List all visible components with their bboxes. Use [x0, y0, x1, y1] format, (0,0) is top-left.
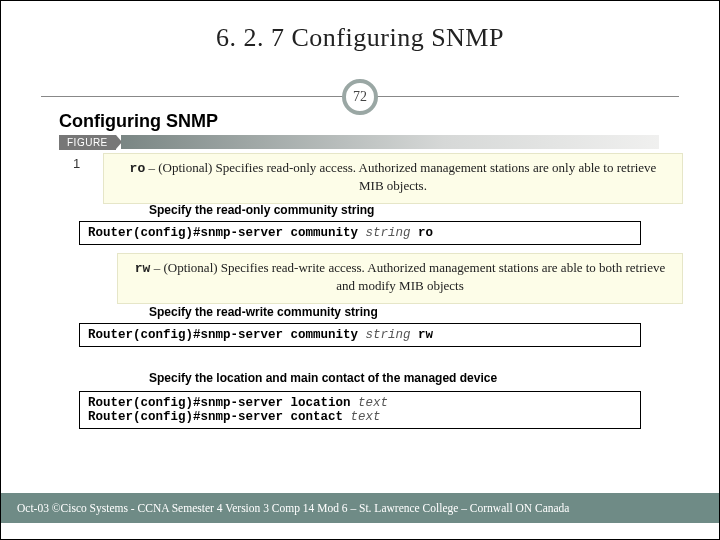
- prompt: Router(config)#: [88, 396, 201, 410]
- note-ro: ro – (Optional) Specifies read-only acce…: [103, 153, 683, 204]
- cmd: snmp-server community: [201, 328, 366, 342]
- spec-heading-rw: Specify the read-write community string: [149, 305, 378, 319]
- spec-heading-location: Specify the location and main contact of…: [149, 371, 497, 385]
- section-subheading: Configuring SNMP: [59, 111, 218, 132]
- slide: 6. 2. 7 Configuring SNMP 72 Configuring …: [0, 0, 720, 540]
- figure-label: FIGURE: [59, 135, 116, 150]
- cmd: snmp-server contact: [201, 410, 351, 424]
- cmd: snmp-server community: [201, 226, 366, 240]
- spec-heading-ro: Specify the read-only community string: [149, 203, 374, 217]
- arg: text: [351, 410, 381, 424]
- command-line-contact: Router(config)#snmp-server contact text: [88, 410, 632, 424]
- command-line-location: Router(config)#snmp-server location text: [88, 396, 632, 410]
- keyword-rw: rw: [135, 261, 151, 276]
- note-rw: rw – (Optional) Specifies read-write acc…: [117, 253, 683, 304]
- slide-number-badge: 72: [342, 79, 378, 115]
- arg: text: [358, 396, 388, 410]
- command-box-ro: Router(config)#snmp-server community str…: [79, 221, 641, 245]
- cmd: snmp-server location: [201, 396, 359, 410]
- prompt: Router(config)#: [88, 226, 201, 240]
- slide-title: 6. 2. 7 Configuring SNMP: [1, 23, 719, 53]
- slide-footer: Oct-03 ©Cisco Systems - CCNA Semester 4 …: [1, 493, 719, 523]
- suffix: rw: [411, 328, 434, 342]
- note-rw-text: – (Optional) Specifies read-write access…: [150, 260, 665, 293]
- command-box-rw: Router(config)#snmp-server community str…: [79, 323, 641, 347]
- figure-number: 1: [73, 156, 80, 171]
- command-box-location-contact: Router(config)#snmp-server location text…: [79, 391, 641, 429]
- suffix: ro: [411, 226, 434, 240]
- arg: string: [366, 328, 411, 342]
- prompt: Router(config)#: [88, 328, 201, 342]
- prompt: Router(config)#: [88, 410, 201, 424]
- note-ro-text: – (Optional) Specifies read-only access.…: [145, 160, 656, 193]
- keyword-ro: ro: [130, 161, 146, 176]
- arg: string: [366, 226, 411, 240]
- figure-gradient-bar: [121, 135, 659, 149]
